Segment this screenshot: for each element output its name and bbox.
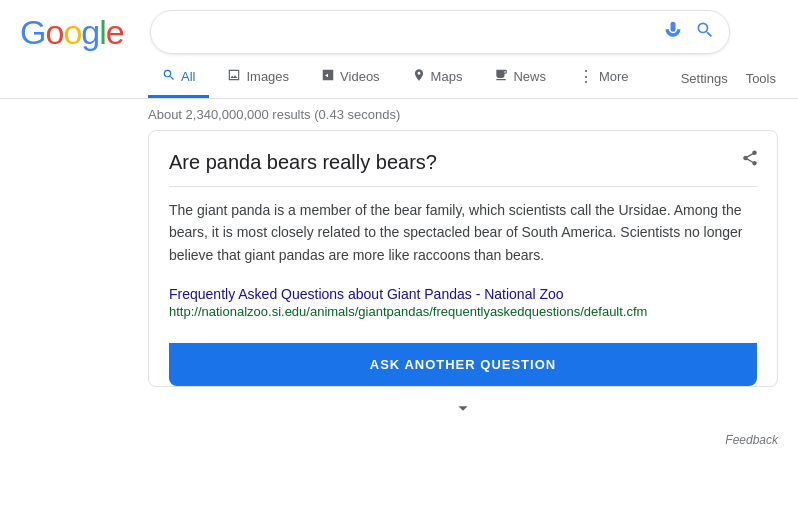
feedback-bar: Feedback [0, 429, 798, 453]
images-tab-icon [227, 68, 241, 85]
tab-videos-label: Videos [340, 69, 380, 84]
answer-footer: Frequently Asked Questions about Giant P… [169, 286, 757, 333]
expand-chevron-row[interactable] [148, 387, 778, 429]
chevron-down-icon [452, 397, 474, 419]
tab-all-label: All [181, 69, 195, 84]
main-content: Are panda bears really bears? The giant … [0, 130, 798, 429]
tab-images[interactable]: Images [213, 58, 303, 98]
search-bar: fun facts [150, 10, 730, 54]
source-title-link[interactable]: Frequently Asked Questions about Giant P… [169, 286, 757, 302]
tools-link[interactable]: Tools [744, 61, 778, 96]
google-logo: Google [20, 13, 124, 52]
tab-all[interactable]: All [148, 58, 209, 98]
logo-letter-G: G [20, 13, 45, 51]
results-count-text: About 2,340,000,000 results (0.43 second… [148, 107, 400, 122]
mic-icon[interactable] [663, 20, 683, 45]
results-count: About 2,340,000,000 results (0.43 second… [0, 99, 798, 130]
news-tab-icon [494, 68, 508, 85]
answer-divider [169, 186, 757, 187]
source-url-link[interactable]: http://nationalzoo.si.edu/animals/giantp… [169, 304, 757, 319]
nav-tabs: All Images Videos Maps News ⋮ More Setti… [0, 58, 798, 99]
answer-text: The giant panda is a member of the bear … [169, 199, 757, 286]
maps-tab-icon [412, 68, 426, 85]
answer-box: Are panda bears really bears? The giant … [148, 130, 778, 387]
tab-maps-label: Maps [431, 69, 463, 84]
search-button-icon[interactable] [695, 20, 715, 45]
share-icon[interactable] [741, 149, 759, 172]
tab-videos[interactable]: Videos [307, 58, 394, 98]
tab-maps[interactable]: Maps [398, 58, 477, 98]
tab-news[interactable]: News [480, 58, 560, 98]
tab-images-label: Images [246, 69, 289, 84]
logo-letter-g: g [81, 13, 99, 51]
logo-letter-e: e [106, 13, 124, 51]
tab-news-label: News [513, 69, 546, 84]
logo-letter-o2: o [63, 13, 81, 51]
tab-more-label: More [599, 69, 629, 84]
ask-another-button[interactable]: ASK ANOTHER QUESTION [169, 343, 757, 386]
feedback-link[interactable]: Feedback [725, 433, 778, 447]
more-tab-icon: ⋮ [578, 69, 594, 85]
settings-link[interactable]: Settings [679, 61, 730, 96]
search-input[interactable]: fun facts [165, 23, 655, 41]
tab-more[interactable]: ⋮ More [564, 59, 643, 98]
header: Google fun facts [0, 0, 798, 54]
nav-settings: Settings Tools [679, 61, 798, 96]
search-tab-icon [162, 68, 176, 85]
logo-letter-o1: o [45, 13, 63, 51]
videos-tab-icon [321, 68, 335, 85]
search-bar-icons [663, 20, 715, 45]
answer-question: Are panda bears really bears? [169, 151, 757, 174]
